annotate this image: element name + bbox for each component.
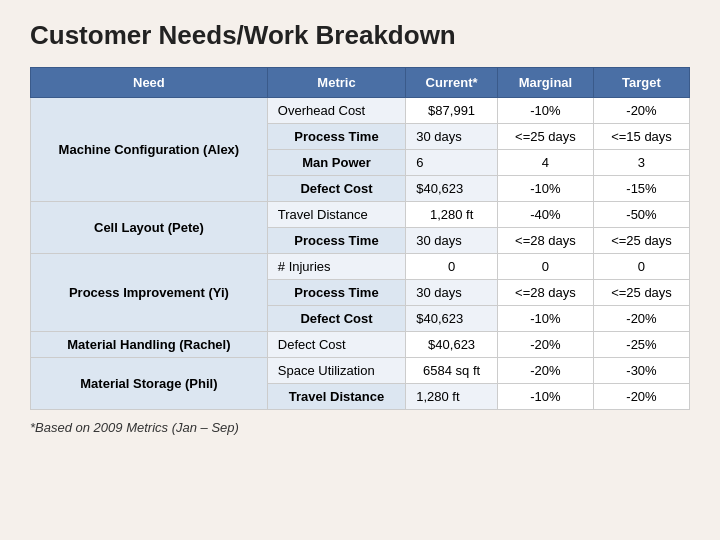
target-cell: 0: [593, 254, 689, 280]
marginal-cell: <=25 days: [497, 124, 593, 150]
need-cell: Process Improvement (Yi): [31, 254, 268, 332]
metric-cell: Man Power: [267, 150, 405, 176]
target-cell: 3: [593, 150, 689, 176]
table-row: Cell Layout (Pete)Travel Distance1,280 f…: [31, 202, 690, 228]
col-header-current: Current*: [406, 68, 498, 98]
metric-cell: Defect Cost: [267, 332, 405, 358]
current-cell: $40,623: [406, 176, 498, 202]
target-cell: -20%: [593, 98, 689, 124]
metric-cell: Process Time: [267, 124, 405, 150]
current-cell: 6: [406, 150, 498, 176]
marginal-cell: 4: [497, 150, 593, 176]
target-cell: <=25 days: [593, 280, 689, 306]
marginal-cell: -10%: [497, 176, 593, 202]
target-cell: -30%: [593, 358, 689, 384]
current-cell: $87,991: [406, 98, 498, 124]
target-cell: <=15 days: [593, 124, 689, 150]
table-row: Process Improvement (Yi)# Injuries000: [31, 254, 690, 280]
marginal-cell: -40%: [497, 202, 593, 228]
marginal-cell: 0: [497, 254, 593, 280]
current-cell: 0: [406, 254, 498, 280]
current-cell: 30 days: [406, 280, 498, 306]
metric-cell: Travel Distance: [267, 384, 405, 410]
marginal-cell: <=28 days: [497, 280, 593, 306]
metric-cell: Defect Cost: [267, 306, 405, 332]
target-cell: <=25 days: [593, 228, 689, 254]
target-cell: -15%: [593, 176, 689, 202]
col-header-target: Target: [593, 68, 689, 98]
col-header-need: Need: [31, 68, 268, 98]
marginal-cell: -10%: [497, 98, 593, 124]
metric-cell: Defect Cost: [267, 176, 405, 202]
table-row: Machine Configuration (Alex)Overhead Cos…: [31, 98, 690, 124]
table-row: Material Storage (Phil)Space Utilization…: [31, 358, 690, 384]
marginal-cell: -20%: [497, 358, 593, 384]
page-title: Customer Needs/Work Breakdown: [30, 20, 690, 51]
current-cell: $40,623: [406, 332, 498, 358]
breakdown-table: Need Metric Current* Marginal Target Mac…: [30, 67, 690, 410]
current-cell: 1,280 ft: [406, 384, 498, 410]
metric-cell: Process Time: [267, 280, 405, 306]
col-header-metric: Metric: [267, 68, 405, 98]
footer-note: *Based on 2009 Metrics (Jan – Sep): [30, 420, 690, 435]
metric-cell: Space Utilization: [267, 358, 405, 384]
table-row: Material Handling (Rachel)Defect Cost$40…: [31, 332, 690, 358]
target-cell: -50%: [593, 202, 689, 228]
current-cell: $40,623: [406, 306, 498, 332]
current-cell: 1,280 ft: [406, 202, 498, 228]
metric-cell: # Injuries: [267, 254, 405, 280]
marginal-cell: -10%: [497, 306, 593, 332]
metric-cell: Travel Distance: [267, 202, 405, 228]
need-cell: Cell Layout (Pete): [31, 202, 268, 254]
marginal-cell: <=28 days: [497, 228, 593, 254]
metric-cell: Process Time: [267, 228, 405, 254]
target-cell: -20%: [593, 306, 689, 332]
current-cell: 6584 sq ft: [406, 358, 498, 384]
need-cell: Machine Configuration (Alex): [31, 98, 268, 202]
current-cell: 30 days: [406, 124, 498, 150]
marginal-cell: -20%: [497, 332, 593, 358]
need-cell: Material Storage (Phil): [31, 358, 268, 410]
marginal-cell: -10%: [497, 384, 593, 410]
col-header-marginal: Marginal: [497, 68, 593, 98]
metric-cell: Overhead Cost: [267, 98, 405, 124]
target-cell: -20%: [593, 384, 689, 410]
need-cell: Material Handling (Rachel): [31, 332, 268, 358]
target-cell: -25%: [593, 332, 689, 358]
current-cell: 30 days: [406, 228, 498, 254]
